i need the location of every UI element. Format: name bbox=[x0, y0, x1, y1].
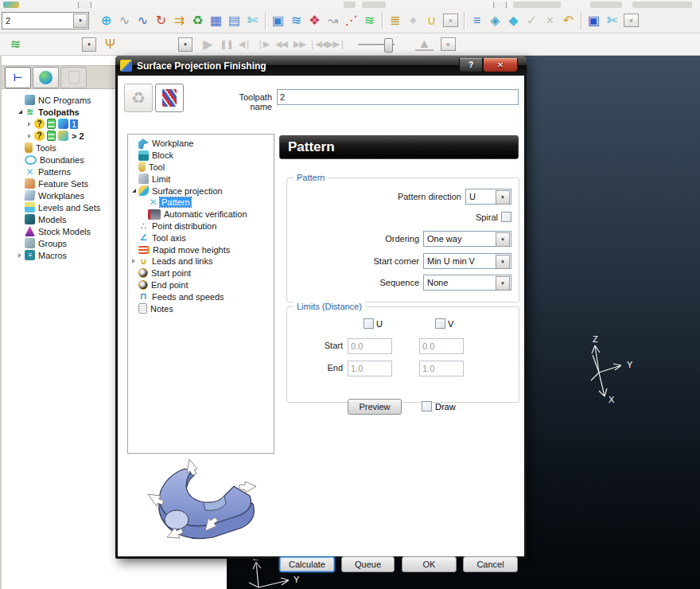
sim-select-dropdown[interactable] bbox=[178, 37, 192, 52]
settings-item-limit[interactable]: Limit bbox=[130, 173, 274, 185]
scissors-cyan-icon[interactable]: ✄ bbox=[603, 11, 621, 30]
spring-grey-icon[interactable]: ∿ bbox=[115, 11, 134, 30]
pattern-direction-select[interactable]: U bbox=[465, 189, 511, 205]
limit-v-checkbox[interactable] bbox=[435, 318, 445, 329]
help-button[interactable]: ? bbox=[459, 58, 483, 72]
preview-button[interactable]: Preview bbox=[348, 399, 402, 415]
u-end-input[interactable] bbox=[348, 361, 392, 376]
expand-arrow-icon[interactable] bbox=[16, 252, 24, 259]
active-toolpath-select[interactable]: 2 bbox=[2, 12, 89, 29]
cross-disabled-icon[interactable]: × bbox=[541, 11, 559, 30]
limit-box-icon[interactable]: ▣ bbox=[269, 11, 287, 30]
toolpath-name-input[interactable] bbox=[277, 89, 519, 105]
draw-checkbox[interactable] bbox=[422, 401, 432, 412]
undo-icon[interactable]: ↶ bbox=[559, 11, 578, 30]
pin-grey-icon[interactable]: ⌖ bbox=[404, 11, 422, 30]
close-button[interactable] bbox=[483, 58, 518, 72]
recycle-bin-tab[interactable] bbox=[60, 67, 87, 88]
tools-gold-icon[interactable]: Ψ bbox=[101, 35, 119, 54]
expand-arrow-icon[interactable] bbox=[130, 257, 138, 265]
settings-item-start-point[interactable]: Start point bbox=[130, 267, 274, 279]
start-corner-select[interactable]: Min U min V bbox=[423, 253, 511, 269]
tool-holder-icon[interactable]: ◈ bbox=[486, 11, 504, 30]
limits-group: Limits (Distance) U V Start End bbox=[286, 306, 519, 403]
stack-lightning-icon[interactable]: ≡ bbox=[468, 11, 486, 30]
waves-icon[interactable]: ≋ bbox=[287, 11, 305, 30]
ordering-select[interactable]: One way bbox=[423, 231, 511, 247]
chevron-down-icon[interactable] bbox=[496, 255, 510, 269]
settings-item-leads-and-links[interactable]: ∪Leads and links bbox=[130, 255, 274, 267]
chevron-down-icon[interactable] bbox=[496, 190, 510, 205]
diamond-icon[interactable]: ◆ bbox=[504, 11, 523, 30]
settings-item-pattern[interactable]: ✕Pattern bbox=[130, 197, 274, 209]
limit-u-checkbox[interactable] bbox=[364, 318, 374, 329]
collapse-arrow-icon[interactable] bbox=[130, 187, 138, 195]
spring-blue-icon[interactable]: ∿ bbox=[134, 11, 152, 30]
calculate-button[interactable]: Calculate bbox=[279, 556, 335, 572]
go-end-icon[interactable]: ▶▶❘ bbox=[327, 35, 345, 54]
ok-button[interactable]: OK bbox=[402, 556, 457, 572]
settings-item-automatic-verification[interactable]: Automatic verification bbox=[130, 209, 274, 220]
toolpath-green-icon[interactable]: ≋ bbox=[6, 35, 25, 54]
tool-select-dropdown[interactable] bbox=[82, 37, 96, 52]
settings-item-workplane[interactable]: Workplane bbox=[130, 138, 274, 150]
close-small-icon[interactable]: × bbox=[443, 14, 458, 27]
step-back-icon[interactable]: ◀❘ bbox=[235, 35, 254, 54]
parallel-lines-icon[interactable]: ≋ bbox=[360, 11, 379, 30]
play-icon[interactable]: ▶ bbox=[199, 35, 217, 54]
settings-item-block[interactable]: Block bbox=[130, 150, 274, 162]
batch-icon[interactable]: ♻ bbox=[189, 11, 207, 30]
close-boxed-icon[interactable]: × bbox=[624, 14, 639, 27]
u-start-input[interactable] bbox=[348, 338, 392, 354]
chevron-down-icon[interactable] bbox=[496, 232, 510, 247]
curve-points-icon[interactable]: ↝ bbox=[324, 11, 342, 30]
cancel-button[interactable]: Cancel bbox=[463, 556, 518, 572]
chevron-down-icon[interactable] bbox=[73, 14, 88, 28]
step-arrows-icon[interactable]: ⇉ bbox=[170, 11, 189, 30]
fan-rays-icon[interactable]: ⋰ bbox=[342, 11, 360, 30]
eject-icon[interactable]: ▲ bbox=[415, 38, 434, 51]
settings-item-tool[interactable]: Tool bbox=[130, 162, 274, 174]
step-forward-icon[interactable]: ❘▶ bbox=[254, 35, 272, 54]
v-end-input[interactable] bbox=[419, 361, 464, 376]
explorer-tab[interactable]: ⊢ bbox=[5, 67, 31, 88]
queue-button[interactable]: Queue bbox=[341, 556, 395, 572]
settings-item-feeds-and-speeds[interactable]: ⊓Feeds and speeds bbox=[130, 291, 274, 302]
arrow-spacer bbox=[16, 168, 24, 176]
copy-icon[interactable]: ▤ bbox=[225, 11, 243, 30]
settings-item-tool-axis[interactable]: ∠Tool axis bbox=[130, 232, 274, 244]
clipped-toolbar-icon bbox=[590, 2, 622, 8]
fast-forward-icon[interactable]: ▶▶ bbox=[290, 35, 309, 54]
settings-item-point-distribution[interactable]: ∴Point distribution bbox=[130, 220, 274, 232]
chevron-down-icon[interactable] bbox=[496, 276, 510, 291]
settings-item-end-point[interactable]: End point bbox=[130, 279, 274, 291]
refresh-strategy-button[interactable]: ♻ bbox=[124, 84, 153, 112]
sequence-select[interactable]: None bbox=[423, 275, 511, 291]
collapse-arrow-icon[interactable] bbox=[16, 108, 24, 116]
expand-arrow-icon[interactable] bbox=[25, 120, 33, 128]
rotate-icon[interactable]: ↻ bbox=[152, 11, 170, 30]
tree-icon: ⊢ bbox=[14, 72, 23, 84]
slider-handle[interactable] bbox=[384, 38, 393, 53]
views-tab[interactable] bbox=[33, 67, 59, 88]
search-list-icon[interactable]: ≣ bbox=[386, 11, 404, 30]
settings-item-rapid-move-heights[interactable]: Rapid move heights bbox=[130, 244, 274, 255]
close-boxed-icon[interactable]: × bbox=[441, 37, 456, 51]
settings-item-surface-projection[interactable]: Surface projection bbox=[130, 185, 274, 197]
sim-speed-slider[interactable] bbox=[358, 37, 395, 52]
check-disabled-icon[interactable]: ✓ bbox=[523, 11, 541, 30]
rewind-icon[interactable]: ◀◀ bbox=[272, 35, 290, 54]
settings-item-notes[interactable]: Notes bbox=[130, 302, 274, 314]
spiral-checkbox[interactable] bbox=[501, 212, 511, 222]
transform-icon[interactable]: ⊕ bbox=[97, 11, 115, 30]
save-icon[interactable]: ▣ bbox=[585, 11, 603, 30]
pause-icon[interactable]: ❚❚ bbox=[217, 35, 235, 54]
leads-u-icon[interactable]: ∪ bbox=[422, 11, 441, 30]
scissors-icon[interactable]: ✄ bbox=[243, 11, 262, 30]
strategy-picker-button[interactable] bbox=[155, 84, 184, 112]
v-start-input[interactable] bbox=[419, 338, 464, 354]
table-icon[interactable]: ▦ bbox=[207, 11, 225, 30]
go-start-icon[interactable]: ❘◀◀ bbox=[309, 35, 327, 54]
pattern-path-icon[interactable]: ❖ bbox=[305, 11, 324, 30]
expand-arrow-icon[interactable] bbox=[25, 132, 33, 140]
